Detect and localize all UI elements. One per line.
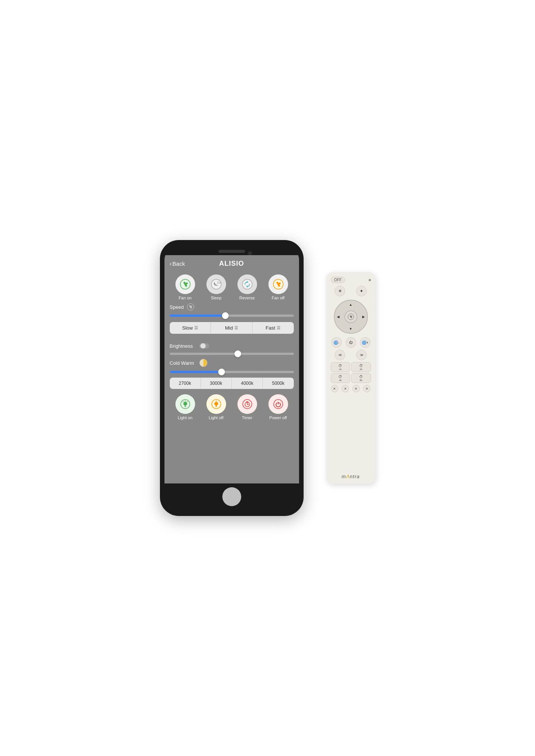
speed-slow-button[interactable]: Slow ☰ xyxy=(170,322,211,334)
svg-point-29 xyxy=(350,316,352,318)
brightness-slider[interactable] xyxy=(170,353,294,355)
svg-point-2 xyxy=(211,279,221,289)
remote-dpad-right-icon[interactable]: ▶ xyxy=(362,315,365,319)
remote-timer-8-label: 8h xyxy=(360,379,362,381)
reverse-item: Reverse xyxy=(237,274,257,300)
sleep-icon: Zzz xyxy=(211,279,222,290)
back-button[interactable]: ‹ Back xyxy=(170,260,185,267)
light-on-label: Light on xyxy=(178,415,192,420)
svg-point-12 xyxy=(200,343,206,349)
back-label: Back xyxy=(172,260,185,267)
fan-on-button[interactable] xyxy=(175,274,195,294)
sleep-item: Zzz Sleep xyxy=(206,274,226,300)
remote-timer-8-icon: ⏱ xyxy=(359,375,363,379)
cold-warm-slider-thumb[interactable] xyxy=(218,369,225,375)
speed-mid-button[interactable]: Mid ☰ xyxy=(211,322,253,334)
remote-speed-down-button[interactable]: ≪ xyxy=(335,350,345,360)
power-off-button[interactable] xyxy=(268,394,288,414)
svg-point-8 xyxy=(277,284,279,285)
remote-fan-on-button[interactable]: ⏻ xyxy=(346,337,356,348)
speed-slow-label: Slow xyxy=(182,325,193,331)
remote-timer-4-button[interactable]: ⏱ 4h xyxy=(331,373,350,383)
svg-point-1 xyxy=(184,284,186,285)
remote-timer-1-label: 1h xyxy=(339,368,342,370)
brightness-label: Brightness xyxy=(170,343,196,349)
temp-3000k-label: 3000k xyxy=(210,381,222,386)
remote-dpad-left-icon[interactable]: ◀ xyxy=(337,315,340,319)
speed-slider[interactable] xyxy=(170,314,294,317)
cold-warm-icon[interactable] xyxy=(199,359,208,367)
speed-slider-fill xyxy=(170,314,226,317)
cold-warm-row: Cold Warm xyxy=(170,359,294,367)
fan-on-label: Fan on xyxy=(178,296,191,300)
remote-dpad-down-icon[interactable]: ▼ xyxy=(349,327,352,331)
svg-point-10 xyxy=(190,306,191,308)
remote-timer-cancel-1-button[interactable]: ✕ xyxy=(331,385,338,392)
timer-icon xyxy=(242,399,252,409)
fan-controls-row: Fan on Zzz Sleep xyxy=(170,274,294,300)
remote-timer-cancel-2-button[interactable]: ✕ xyxy=(341,385,349,392)
sleep-button[interactable]: Zzz xyxy=(206,274,226,294)
timer-button[interactable] xyxy=(237,394,257,414)
timer-label: Timer xyxy=(242,415,253,420)
light-on-item: Light on xyxy=(175,394,195,420)
phone: ‹ Back ALISIO xyxy=(160,240,304,516)
cold-warm-slider[interactable] xyxy=(170,371,294,373)
remote-timer-cancel-3-button[interactable]: ✕ xyxy=(352,385,360,392)
svg-line-17 xyxy=(183,401,183,402)
light-off-icon xyxy=(211,399,221,409)
remote-timer-2-button[interactable]: ⏱ 2h xyxy=(351,362,371,372)
brightness-slider-thumb[interactable] xyxy=(234,350,241,357)
brightness-toggle-icon[interactable] xyxy=(199,343,209,349)
remote-timer-1-button[interactable]: ⏱ 1h xyxy=(331,362,350,372)
fan-off-icon xyxy=(273,279,284,290)
remote-dpad-ring: ▲ ▼ ◀ ▶ xyxy=(334,300,368,334)
cold-warm-slider-fill xyxy=(170,371,222,373)
timer-item: Timer xyxy=(237,394,257,420)
remote-timer-1-icon: ⏱ xyxy=(338,364,342,368)
temp-4000k-button[interactable]: 4000k xyxy=(232,378,263,389)
remote-timer-grid: ⏱ 1h ⏱ 2h ⏱ 4h ⏱ 8h xyxy=(329,362,372,383)
remote-control: OFF ☀ ✦ ▲ ▼ ◀ ▶ xyxy=(326,272,375,484)
svg-text:Zzz: Zzz xyxy=(217,281,222,284)
light-off-button[interactable] xyxy=(206,394,226,414)
sleep-label: Sleep xyxy=(211,296,221,300)
remote-timer-2-label: 2h xyxy=(360,368,362,370)
light-on-button[interactable] xyxy=(175,394,195,414)
phone-home-button[interactable] xyxy=(222,487,241,506)
screen-content: Fan on Zzz Sleep xyxy=(164,271,299,483)
remote-timer-cancel-4-button[interactable]: ✕ xyxy=(363,385,371,392)
svg-rect-26 xyxy=(246,401,248,402)
speed-slider-thumb[interactable] xyxy=(222,312,229,319)
remote-off-button[interactable]: OFF xyxy=(331,277,345,283)
fan-off-label: Fan off xyxy=(271,296,284,300)
remote-dpad-up-icon[interactable]: ▲ xyxy=(349,303,352,307)
remote-led xyxy=(369,279,371,281)
speed-fast-button[interactable]: Fast ☰ xyxy=(253,322,294,334)
remote-light-row: ☀ ✦ xyxy=(329,286,372,296)
temp-2700k-button[interactable]: 2700k xyxy=(170,378,201,389)
temp-5000k-label: 5000k xyxy=(272,381,285,386)
temp-5000k-button[interactable]: 5000k xyxy=(263,378,293,389)
speed-fast-icon: ☰ xyxy=(277,325,281,330)
screen-header: ‹ Back ALISIO xyxy=(164,255,299,271)
svg-rect-15 xyxy=(185,406,186,407)
remote-fan-decrease-button[interactable]: 🌀- xyxy=(331,337,342,348)
light-off-item: Light off xyxy=(206,394,226,420)
fan-off-button[interactable] xyxy=(268,274,288,294)
remote-light-dim-button[interactable]: ☀ xyxy=(335,286,345,296)
remote-off-label: OFF xyxy=(334,278,342,282)
reverse-button[interactable] xyxy=(237,274,257,294)
speed-label: Speed xyxy=(170,304,184,310)
temp-3000k-button[interactable]: 3000k xyxy=(201,378,232,389)
remote-speed-up-button[interactable]: ≫ xyxy=(356,350,367,360)
temp-options: 2700k 3000k 4000k 5000k xyxy=(170,378,294,389)
remote-timer-8-button[interactable]: ⏱ 8h xyxy=(351,373,371,383)
speed-fast-label: Fast xyxy=(266,325,275,331)
remote-dpad-center-button[interactable] xyxy=(344,310,357,323)
svg-point-4 xyxy=(242,279,252,289)
cold-warm-label: Cold Warm xyxy=(170,360,196,366)
remote-timer-4-label: 4h xyxy=(339,379,342,381)
remote-light-bright-button[interactable]: ✦ xyxy=(356,286,367,296)
remote-fan-increase-button[interactable]: 🌀+ xyxy=(360,337,371,348)
